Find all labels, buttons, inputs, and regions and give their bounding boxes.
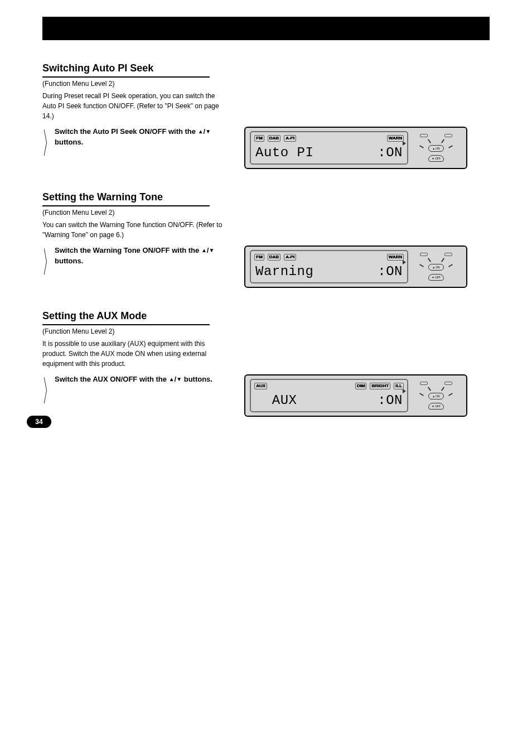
lcd-tags: FMDABA-PIWARN: [254, 253, 404, 262]
lcd-main-right: :ON: [378, 265, 403, 278]
lcd-main-left: AUX: [255, 394, 297, 407]
lcd-tag: WARN: [387, 135, 404, 142]
knob-on-button[interactable]: ON: [428, 264, 444, 271]
lcd-display: AUXDIMBRIGHTILL AUX:ONONOFF: [244, 374, 467, 417]
triangle-down-icon: ▼: [176, 376, 182, 382]
knob-off-button[interactable]: OFF: [428, 274, 444, 281]
knob-dial[interactable]: ONOFF: [418, 387, 454, 410]
pill-icon: [420, 134, 428, 137]
lcd-screen: AUXDIMBRIGHTILL AUX:ON: [250, 379, 408, 412]
section-level: (Function Menu Level 2): [42, 328, 490, 335]
section-level: (Function Menu Level 2): [42, 209, 490, 216]
triangle-down-icon: ▼: [205, 128, 211, 134]
knob-panel: ONOFF: [410, 128, 466, 168]
section-title: Switching Auto PI Seek: [42, 59, 210, 78]
chevron-right-icon: 〉: [42, 378, 47, 405]
pill-icon: [420, 253, 428, 256]
knob-off-button[interactable]: OFF: [428, 403, 444, 410]
lcd-screen: FMDABA-PIWARNWarning:ON: [250, 250, 408, 283]
pill-icon: [420, 382, 428, 385]
chevron-right-icon: 〉: [42, 130, 47, 157]
lcd-tag: WARN: [387, 254, 404, 261]
section-title: Setting the Warning Tone: [42, 188, 210, 206]
play-arrow-icon: [403, 260, 406, 264]
play-arrow-icon: [403, 141, 406, 146]
lcd-tag: BRIGHT: [370, 383, 390, 389]
knob-on-button[interactable]: ON: [428, 145, 444, 152]
chevron-right-icon: 〉: [42, 249, 47, 276]
section-description: During Preset recall PI Seek operation, …: [42, 91, 226, 121]
pill-icon: [444, 134, 452, 137]
instruction-text: Switch the Auto PI Seek ON/OFF with the …: [55, 127, 230, 157]
knob-dial[interactable]: ONOFF: [418, 139, 454, 162]
lcd-main-right: :ON: [378, 394, 403, 407]
knob-dial[interactable]: ONOFF: [418, 258, 454, 281]
section-level: (Function Menu Level 2): [42, 80, 490, 88]
triangle-down-icon: ▼: [209, 247, 214, 253]
lcd-tag: FM: [254, 135, 264, 142]
section-description: You can switch the Warning Tone function…: [42, 220, 226, 240]
knob-panel: ONOFF: [410, 375, 466, 416]
lcd-main-right: :ON: [378, 146, 403, 160]
lcd-tag: FM: [254, 254, 264, 261]
lcd-main-left: Auto PI: [255, 146, 313, 160]
instruction-text: Switch the Warning Tone ON/OFF with the …: [55, 245, 230, 276]
knob-panel: ONOFF: [410, 247, 466, 287]
lcd-tag: A-PI: [284, 135, 296, 142]
page-number: 34: [27, 416, 51, 428]
title-bar: [42, 17, 490, 40]
lcd-tag: DAB: [268, 135, 280, 142]
section-description: It is possible to use auxiliary (AUX) eq…: [42, 339, 226, 369]
pill-icon: [444, 382, 452, 385]
lcd-display: FMDABA-PIWARNAuto PI:ONONOFF: [244, 127, 467, 169]
lcd-tag: A-PI: [284, 254, 296, 261]
triangle-up-icon: ▲: [201, 247, 207, 253]
section-title: Setting the AUX Mode: [42, 307, 210, 325]
lcd-tag: DIM: [355, 383, 367, 389]
lcd-tags: AUXDIMBRIGHTILL: [254, 382, 404, 391]
lcd-display: FMDABA-PIWARNWarning:ONONOFF: [244, 245, 467, 288]
lcd-main-left: Warning: [255, 265, 313, 278]
lcd-tags: FMDABA-PIWARN: [254, 134, 404, 143]
knob-off-button[interactable]: OFF: [428, 155, 444, 162]
triangle-up-icon: ▲: [198, 128, 204, 134]
play-arrow-icon: [403, 389, 406, 393]
lcd-tag: DAB: [268, 254, 280, 261]
lcd-tag: AUX: [254, 383, 267, 389]
lcd-screen: FMDABA-PIWARNAuto PI:ON: [250, 131, 408, 165]
pill-icon: [444, 253, 452, 256]
triangle-up-icon: ▲: [169, 376, 175, 382]
instruction-text: Switch the AUX ON/OFF with the ▲/▼ butto…: [55, 374, 212, 405]
knob-on-button[interactable]: ON: [428, 393, 444, 399]
